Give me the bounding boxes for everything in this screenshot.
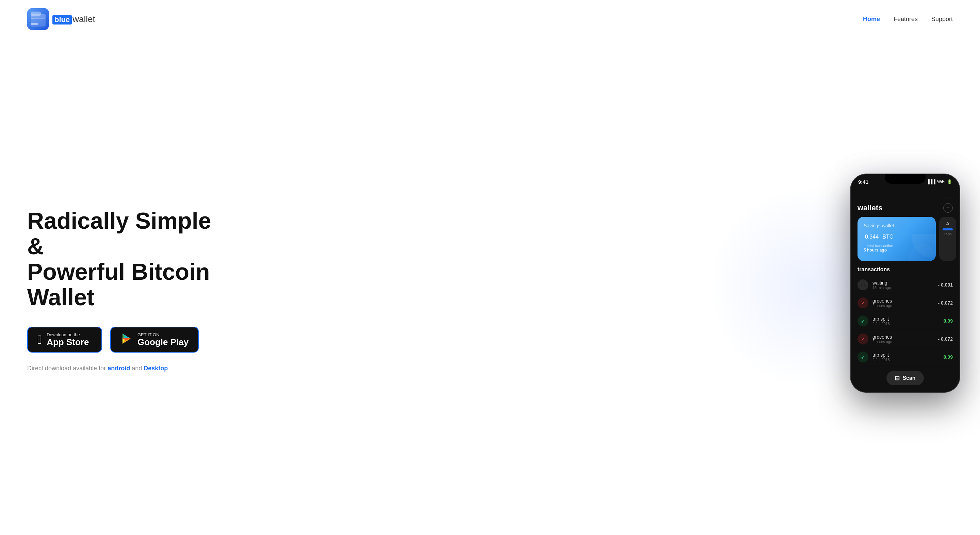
transaction-row[interactable]: ··· waiting 15 min ago - 0.091 (858, 276, 953, 294)
nav-item-home[interactable]: Home (863, 16, 880, 23)
tx-amount: 0.09 (943, 354, 953, 360)
tx-info: trip split 2 Jul 2018 (872, 352, 940, 362)
wallets-title: wallets (858, 204, 882, 212)
apple-icon:  (37, 334, 42, 346)
wallet-cards: Savings wallet 0.344 BTC Latest transact… (851, 217, 959, 266)
savings-wallet-card[interactable]: Savings wallet 0.344 BTC Latest transact… (858, 217, 936, 261)
tx-icon: ↙ (858, 315, 869, 326)
transaction-row[interactable]: ↗ groceries 2 hours ago - 0.072 (858, 294, 953, 312)
google-play-button[interactable]: GET IT ON Google Play (110, 327, 199, 353)
desktop-link[interactable]: Desktop (143, 365, 168, 372)
second-wallet-label: A (946, 221, 950, 226)
app-store-text: Download on the App Store (47, 332, 89, 347)
signal-icon: ▐▐▐ (927, 179, 935, 184)
phone-status-bar: 9:41 ▐▐▐ WiFi 🔋 (851, 174, 959, 189)
wallet-card-name: Savings wallet (864, 223, 930, 228)
tx-info: waiting 15 min ago (872, 280, 934, 290)
second-wallet-sub: It's yo (943, 232, 951, 236)
scan-button[interactable]: ⊟ Scan (886, 371, 924, 385)
transaction-row[interactable]: ↗ groceries 2 hours ago - 0.072 (858, 330, 953, 348)
tx-icon: ↗ (858, 298, 869, 308)
google-play-text: GET IT ON Google Play (137, 332, 189, 347)
tx-amount: - 0.091 (938, 282, 953, 288)
dots-menu[interactable]: ··· (946, 193, 953, 201)
navbar: blue wallet Home Features Support (0, 0, 980, 38)
tx-time: 2 hours ago (872, 340, 934, 344)
scan-btn-area: ⊟ Scan (851, 366, 959, 392)
logo-icon (27, 8, 49, 30)
nav-item-features[interactable]: Features (894, 16, 918, 23)
tx-icon: ↗ (858, 334, 869, 344)
scan-icon: ⊟ (894, 374, 900, 382)
tx-icon: ↙ (858, 352, 869, 363)
transaction-row[interactable]: ↙ trip split 2 Jul 2018 0.09 (858, 348, 953, 366)
tx-time: 2 Jul 2018 (872, 358, 940, 362)
logo[interactable]: blue wallet (27, 8, 95, 30)
transactions-section: transactions ··· waiting 15 min ago - 0.… (851, 266, 959, 366)
transactions-title: transactions (858, 266, 953, 272)
app-store-button[interactable]:  Download on the App Store (27, 327, 102, 353)
download-text: Direct download available for android an… (27, 365, 231, 372)
tx-name: trip split (872, 352, 940, 358)
hero-text: Radically Simple & Powerful Bitcoin Wall… (27, 194, 231, 372)
android-link[interactable]: android (108, 365, 130, 372)
tx-amount: 0.09 (943, 318, 953, 324)
add-wallet-button[interactable]: + (943, 203, 953, 213)
tx-amount: - 0.072 (938, 336, 953, 342)
phone-screen: ··· wallets + Savings wallet 0.344 BTC (851, 189, 959, 392)
svg-rect-3 (30, 11, 41, 16)
wallets-header: wallets + (851, 201, 959, 217)
tx-name: trip split (872, 316, 940, 322)
phone-notch (885, 174, 926, 184)
tx-time: 15 min ago (872, 285, 934, 290)
hero-section: Radically Simple & Powerful Bitcoin Wall… (0, 38, 980, 535)
wifi-icon: WiFi (937, 179, 945, 184)
tx-amount: - 0.072 (938, 300, 953, 306)
tx-info: groceries 2 hours ago (872, 298, 934, 308)
phone-time: 9:41 (858, 179, 869, 185)
transaction-row[interactable]: ↙ trip split 2 Jul 2018 0.09 (858, 312, 953, 330)
battery-icon: 🔋 (947, 179, 952, 184)
logo-blue-label: blue (52, 15, 72, 24)
google-play-icon (121, 333, 133, 347)
phone-frame: 9:41 ▐▐▐ WiFi 🔋 ··· wallets + (851, 174, 959, 392)
second-wallet-card[interactable]: A It's yo (939, 217, 956, 261)
nav-link-support[interactable]: Support (931, 16, 953, 22)
nav-link-features[interactable]: Features (894, 16, 918, 22)
phone-header: ··· (851, 189, 959, 201)
tx-name: waiting (872, 280, 934, 285)
tx-name: groceries (872, 298, 934, 304)
tx-name: groceries (872, 334, 934, 340)
tx-info: trip split 2 Jul 2018 (872, 316, 940, 326)
second-wallet-bar (943, 228, 953, 231)
scan-label: Scan (902, 375, 915, 381)
phone-mockup: 9:41 ▐▐▐ WiFi 🔋 ··· wallets + (851, 174, 959, 392)
transactions-list: ··· waiting 15 min ago - 0.091 ↗ groceri… (858, 276, 953, 366)
tx-time: 2 hours ago (872, 304, 934, 308)
tx-time: 2 Jul 2018 (872, 322, 940, 326)
tx-icon: ··· (858, 279, 869, 290)
nav-links: Home Features Support (863, 16, 953, 23)
store-buttons:  Download on the App Store (27, 327, 231, 353)
logo-wallet-label: wallet (73, 14, 95, 24)
logo-text: blue wallet (52, 14, 95, 24)
nav-link-home[interactable]: Home (863, 16, 880, 22)
hero-title: Radically Simple & Powerful Bitcoin Wall… (27, 208, 231, 310)
nav-item-support[interactable]: Support (931, 16, 953, 23)
svg-rect-4 (30, 23, 38, 25)
tx-info: groceries 2 hours ago (872, 334, 934, 344)
phone-status-icons: ▐▐▐ WiFi 🔋 (927, 179, 952, 184)
